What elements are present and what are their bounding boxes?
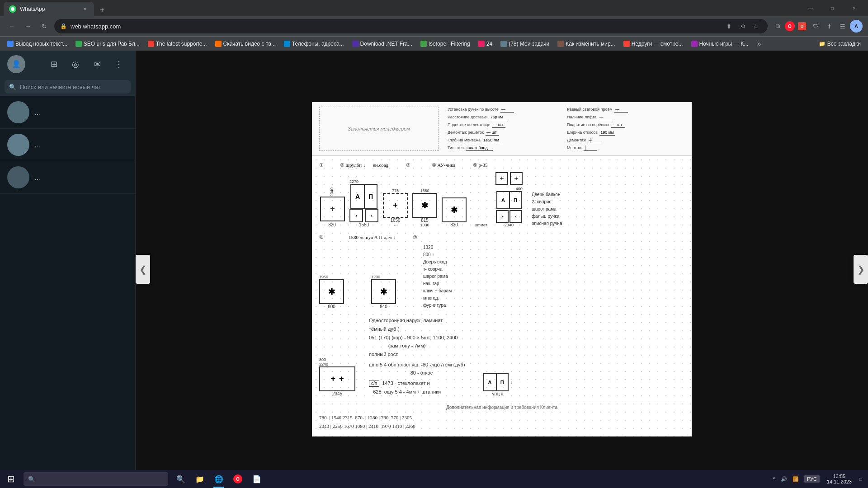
- close-button[interactable]: ✕: [844, 2, 864, 14]
- taskbar-search-box[interactable]: 🔍: [24, 472, 168, 486]
- wa-chat-list: ... ... ...: [0, 96, 135, 488]
- wa-menu-icon[interactable]: ⋮: [110, 55, 128, 73]
- taskbar-search-icon: 🔍: [28, 476, 35, 483]
- tray-network[interactable]: 📶: [791, 470, 801, 488]
- bookmark-label: Вывод новых текст...: [15, 41, 67, 47]
- field-glubina: Глубина монтажа 1е56 мм: [448, 137, 565, 143]
- opera-notifications-icon[interactable]: O: [796, 20, 808, 33]
- sketch-w2: 2270 А П › ‹ 158: [349, 179, 378, 227]
- document-image: Заполняется менеджером Установка ручек п…: [312, 102, 692, 436]
- tray-show-hidden[interactable]: ^: [771, 470, 777, 488]
- wa-new-chat-icon[interactable]: ✉: [88, 55, 106, 73]
- back-button[interactable]: ←: [5, 20, 18, 33]
- wa-chat-item[interactable]: ...: [0, 161, 135, 194]
- bookmark-isotope[interactable]: Isotope · Filtering: [417, 38, 474, 49]
- bookmark-favicon: [623, 41, 630, 47]
- tab-close-button[interactable]: ✕: [81, 5, 89, 13]
- active-tab[interactable]: WhatsApp ✕: [4, 2, 94, 16]
- wa-user-avatar[interactable]: 👤: [7, 55, 25, 73]
- extensions-icon[interactable]: ⧉: [771, 20, 784, 33]
- bookmark-tasks[interactable]: (78) Мои задачи: [497, 38, 553, 49]
- taskbar-items: 🔍 📁 🌐 O 📄: [170, 470, 266, 488]
- download-icon[interactable]: ⬆: [722, 20, 735, 33]
- field-shirina-otk: Ширина откосов 190 мм: [567, 130, 684, 136]
- text-block-main: Односторонняя наруж. ламинат. тёмный дуб…: [369, 316, 465, 396]
- bookmark-vyvod[interactable]: Вывод новых текст...: [4, 38, 71, 49]
- wa-header-icons: ⊞ ◎ ✉ ⋮: [45, 55, 128, 73]
- sketch-w5: ✱ 830: [442, 197, 467, 227]
- taskbar-browser-item[interactable]: 🌐: [210, 470, 228, 488]
- notification-button[interactable]: □: [857, 470, 864, 488]
- wa-search-bar[interactable]: 🔍 Поиск или начните новый чат: [0, 77, 135, 96]
- wa-search-inner: 🔍 Поиск или начните новый чат: [5, 80, 131, 94]
- taskbar-explorer-item[interactable]: 📁: [191, 470, 209, 488]
- field-tip-sten: Тип стен шлакоблод: [448, 145, 565, 151]
- bookmark-24[interactable]: 24: [475, 38, 496, 49]
- bookmark-dotnet[interactable]: Download .NET Fra...: [349, 38, 416, 49]
- wa-search-placeholder: Поиск или начните новый чат: [20, 84, 101, 90]
- bookmark-night[interactable]: Ночные игры — К...: [688, 38, 752, 49]
- wa-header: 👤 ⊞ ◎ ✉ ⋮: [0, 51, 135, 77]
- more-bookmarks-button[interactable]: »: [754, 38, 764, 49]
- sketch-w3: 775 + 1650 ←: [383, 188, 408, 227]
- nav-arrow-left[interactable]: ❮: [136, 255, 150, 284]
- cast-icon[interactable]: ⟲: [736, 20, 749, 33]
- profile-button[interactable]: A: [850, 20, 863, 33]
- tray-clock[interactable]: 13:55 14.11.2023: [823, 474, 855, 484]
- field-demontazh-reshet: Демонтаж решёток — шт: [448, 130, 565, 136]
- manager-note-box: Заполняется менеджером: [319, 107, 439, 151]
- bookmark-label: SEO urls для Рав Бл...: [84, 41, 140, 47]
- sketch-w7: 1290 ✱ 840: [371, 275, 396, 309]
- shield-icon[interactable]: 🛡: [809, 20, 822, 33]
- taskbar-opera-item[interactable]: O: [229, 470, 247, 488]
- all-bookmarks-folder[interactable]: 📁 Все закладки: [815, 38, 864, 49]
- opera-icon[interactable]: O: [785, 21, 795, 31]
- bookmark-nedrugi[interactable]: Недруги — смотре...: [620, 38, 687, 49]
- doc-body: ① ② шрул6п ↓ ен.соаg ③ ④ АУ-чика ⑤ р-35 …: [312, 156, 692, 436]
- chat-avatar: [7, 134, 29, 156]
- window-controls: — □ ✕: [800, 2, 868, 16]
- bookmark-seo[interactable]: SEO urls для Рав Бл...: [72, 38, 143, 49]
- chat-name: ...: [35, 141, 128, 149]
- pdf-icon: 📄: [252, 475, 261, 483]
- wa-chat-item[interactable]: ...: [0, 129, 135, 161]
- field-demontazh: Демонтаж ┼: [567, 137, 684, 143]
- forward-button[interactable]: →: [22, 20, 34, 33]
- wa-status-icon[interactable]: ◎: [66, 55, 85, 73]
- bookmark-phones[interactable]: Телефоны, адреса...: [280, 38, 348, 49]
- bookmark-label: Недруги — смотре...: [632, 41, 683, 47]
- reload-button[interactable]: ↻: [38, 20, 51, 33]
- start-button[interactable]: ⊞: [0, 470, 22, 488]
- bookmark-kak[interactable]: Как изменить мир...: [554, 38, 618, 49]
- tray-volume[interactable]: 🔊: [779, 470, 789, 488]
- bookmark-latest[interactable]: The latest supporte...: [144, 38, 211, 49]
- bookmark-label: The latest supporte...: [156, 41, 207, 47]
- wa-community-icon[interactable]: ⊞: [45, 55, 63, 73]
- folder-icon: 📁: [819, 41, 826, 47]
- taskbar-search-icon2: 🔍: [176, 475, 185, 483]
- wa-chat-item[interactable]: ...: [0, 96, 135, 129]
- doc-header: Заполняется менеджером Установка ручек п…: [312, 102, 692, 156]
- bookmark-favicon: [500, 41, 507, 47]
- settings-icon[interactable]: ☰: [836, 20, 849, 33]
- bookmark-favicon: [284, 41, 290, 47]
- address-field[interactable]: 🔒 web.whatsapp.com ⬆ ⟲ ☆: [54, 19, 768, 33]
- maximize-button[interactable]: □: [822, 2, 843, 14]
- share-icon[interactable]: ⬆: [823, 20, 835, 33]
- sketch-w6: 1950 ✱ 800: [319, 275, 344, 309]
- bookmark-favicon: [557, 41, 564, 47]
- bookmark-star-icon[interactable]: ☆: [750, 20, 762, 33]
- minimize-button[interactable]: —: [800, 2, 821, 14]
- bookmark-label: 24: [486, 41, 492, 47]
- nav-arrow-right[interactable]: ❯: [854, 255, 868, 284]
- bookmark-favicon: [352, 41, 359, 47]
- folder-icon: 📁: [195, 475, 204, 483]
- tray-language[interactable]: РУС: [802, 470, 821, 488]
- new-tab-button[interactable]: +: [96, 4, 108, 16]
- bookmark-skachat[interactable]: Скачать видео с тв...: [212, 38, 279, 49]
- address-actions: ⬆ ⟲ ☆: [722, 20, 762, 33]
- taskbar-pdf-item[interactable]: 📄: [248, 470, 266, 488]
- taskbar-search-item[interactable]: 🔍: [172, 470, 190, 488]
- chat-name: ...: [35, 174, 128, 181]
- row-labels-2: ⑥ 1580 чешуя А П дам ↓ ⑦: [319, 235, 684, 240]
